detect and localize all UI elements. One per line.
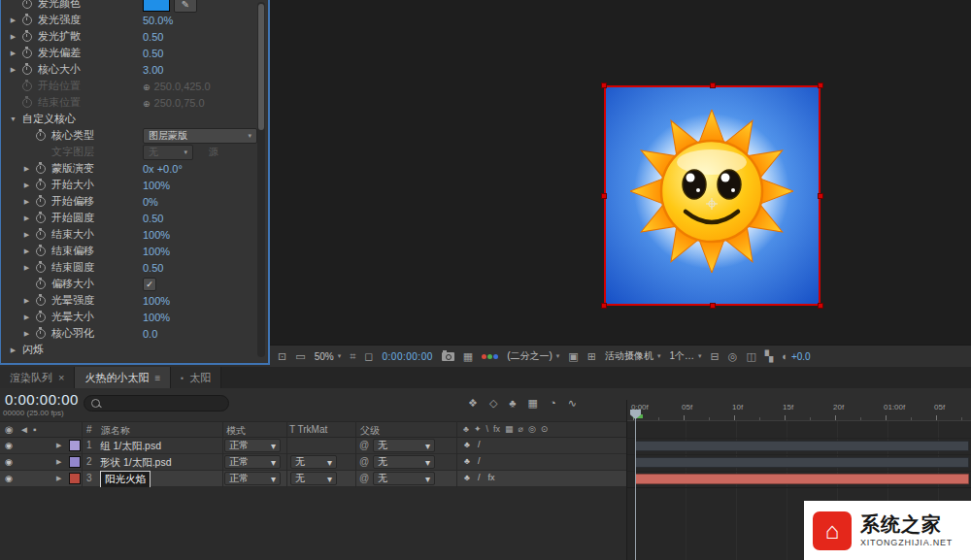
expand-arrow-icon[interactable]: ▶ <box>20 297 33 305</box>
expand-arrow-icon[interactable]: ▶ <box>20 231 33 239</box>
selection-handle[interactable] <box>710 82 716 88</box>
tab-inactive[interactable]: ▪太阳 <box>171 367 221 388</box>
position-coords[interactable]: 250.0,75.0 <box>154 97 205 109</box>
property-value[interactable]: 0x +0.0° <box>143 163 183 175</box>
pickwhip-icon[interactable]: @ <box>359 473 369 483</box>
stopwatch-icon[interactable] <box>22 49 32 58</box>
eye-icon[interactable]: ◉ <box>5 441 13 450</box>
color-swatch[interactable] <box>143 0 170 12</box>
property-value[interactable]: 0.50 <box>143 48 163 59</box>
motion-blur-icon[interactable]: ◔ <box>550 397 556 410</box>
property-value[interactable]: 0% <box>143 196 158 208</box>
tab-inactive[interactable]: 渲染队列× <box>0 367 75 388</box>
property-value[interactable]: 0.0 <box>143 328 157 340</box>
stopwatch-icon[interactable] <box>36 197 46 207</box>
property-value[interactable]: ⊕250.0,425.0 <box>143 81 211 92</box>
expand-arrow-icon[interactable]: ▶ <box>56 442 61 449</box>
expand-arrow-icon[interactable]: ▶ <box>7 49 19 57</box>
stopwatch-icon[interactable] <box>22 0 32 9</box>
layer-color-swatch[interactable] <box>69 456 81 468</box>
fx-badge[interactable]: fx <box>487 473 494 482</box>
scrollbar-thumb[interactable] <box>258 4 264 130</box>
expand-arrow-icon[interactable]: ▶ <box>20 181 33 189</box>
stopwatch-icon[interactable] <box>22 65 32 75</box>
stopwatch-icon[interactable] <box>36 296 46 306</box>
selection-handle[interactable] <box>818 82 823 88</box>
channels-icon[interactable] <box>482 354 498 359</box>
layer-duration-bar[interactable] <box>635 441 969 451</box>
selection-handle[interactable] <box>601 303 607 309</box>
stopwatch-icon[interactable] <box>36 263 46 273</box>
property-value[interactable]: 0.50 <box>143 262 163 274</box>
composition-canvas[interactable] <box>604 85 820 306</box>
expand-arrow-icon[interactable]: ▶ <box>20 247 33 255</box>
quality-icon[interactable]: / <box>478 456 481 466</box>
property-value[interactable]: 100% <box>143 295 170 307</box>
transparency-grid-icon[interactable]: ⊞ <box>587 350 596 363</box>
expand-arrow-icon[interactable]: ▶ <box>56 458 61 466</box>
expand-arrow-icon[interactable]: ▶ <box>56 475 61 482</box>
expand-arrow-icon[interactable]: ▶ <box>7 346 19 354</box>
close-icon[interactable]: × <box>58 372 64 383</box>
graph-editor-icon[interactable]: ∿ <box>568 397 577 410</box>
property-checkbox[interactable]: ✓ <box>143 278 156 291</box>
stopwatch-icon[interactable] <box>36 329 46 339</box>
grid-guides-icon[interactable]: ⌗ <box>350 350 355 363</box>
shy-layers-icon[interactable]: ♣ <box>509 397 516 410</box>
layer-select-dropdown[interactable]: 无▾ <box>143 145 193 160</box>
expand-arrow-icon[interactable]: ▶ <box>20 165 33 173</box>
stopwatch-icon[interactable] <box>36 131 46 141</box>
mask-visibility-icon[interactable]: ◻ <box>364 350 373 363</box>
expand-arrow-icon[interactable]: ▶ <box>20 198 33 206</box>
quality-icon[interactable]: / <box>478 473 481 482</box>
table-row[interactable]: ◉▶3阳光火焰正常▾无▾@无▾♣/fx <box>0 471 627 487</box>
expand-arrow-icon[interactable]: ▶ <box>20 313 33 321</box>
property-value[interactable]: 100% <box>143 229 170 241</box>
stopwatch-icon[interactable] <box>36 313 46 322</box>
trkmat-dropdown[interactable]: 无▾ <box>290 472 337 485</box>
property-value[interactable]: 0.50 <box>143 31 163 43</box>
timeline-ruler[interactable]: 0:00f05f10f15f20f01:00f05f <box>627 400 971 421</box>
trkmat-dropdown[interactable]: 无▾ <box>290 455 337 469</box>
exposure-value[interactable]: +0.0 <box>791 351 811 362</box>
always-preview-icon[interactable]: ⊡ <box>278 350 286 363</box>
zoom-select[interactable]: 50%▾ <box>315 351 342 362</box>
parent-dropdown[interactable]: 无▾ <box>373 455 435 469</box>
fast-preview-icon[interactable]: ◎ <box>728 350 738 363</box>
stopwatch-icon[interactable] <box>36 214 46 223</box>
layer-duration-bar[interactable] <box>635 457 969 468</box>
selection-handle[interactable] <box>818 193 823 199</box>
eye-icon[interactable]: ◉ <box>5 457 13 467</box>
pixel-aspect-icon[interactable]: ◫ <box>746 350 755 363</box>
expand-arrow-icon[interactable]: ▶ <box>20 330 33 338</box>
layer-switch-icon[interactable]: ♣ <box>464 456 470 466</box>
exposure-control[interactable]: ◐+0.0 <box>782 350 810 362</box>
view-layout-select[interactable]: 1个…▾ <box>670 349 702 363</box>
property-value[interactable]: 0.50 <box>143 213 163 224</box>
position-coords[interactable]: 250.0,425.0 <box>154 81 211 92</box>
property-value[interactable]: 100% <box>143 246 170 257</box>
property-value[interactable]: 50.0% <box>143 15 173 26</box>
layer-name[interactable]: 形状 1/太阳.psd <box>100 456 172 470</box>
selection-handle[interactable] <box>710 303 716 309</box>
property-dropdown[interactable]: 图层蒙版▾ <box>143 128 257 144</box>
expand-arrow-icon[interactable]: ▼ <box>7 115 19 122</box>
selection-handle[interactable] <box>818 303 823 309</box>
layer-switch-icon[interactable]: ♣ <box>464 473 470 482</box>
camera-select[interactable]: 活动摄像机▾ <box>605 349 661 363</box>
timeline-nav-icon[interactable]: ▚ <box>765 350 773 363</box>
stopwatch-icon[interactable] <box>36 280 46 289</box>
goto-time-icon[interactable]: ⊟ <box>711 350 720 363</box>
mode-dropdown[interactable]: 正常▾ <box>224 455 281 469</box>
layer-color-swatch[interactable] <box>69 473 81 484</box>
stopwatch-icon[interactable] <box>22 98 32 108</box>
eye-icon[interactable]: ◉ <box>5 474 13 483</box>
stopwatch-icon[interactable] <box>22 32 32 42</box>
expand-arrow-icon[interactable]: ▶ <box>20 214 33 222</box>
frame-blend-icon[interactable]: ▦ <box>528 397 538 410</box>
effects-scrollbar[interactable] <box>257 2 265 357</box>
current-time-display[interactable]: 0:00:00:00 <box>5 391 79 408</box>
property-value[interactable]: 3.00 <box>143 64 163 76</box>
layer-name[interactable]: 组 1/太阳.psd <box>100 440 161 453</box>
expand-arrow-icon[interactable]: ▶ <box>7 33 19 41</box>
